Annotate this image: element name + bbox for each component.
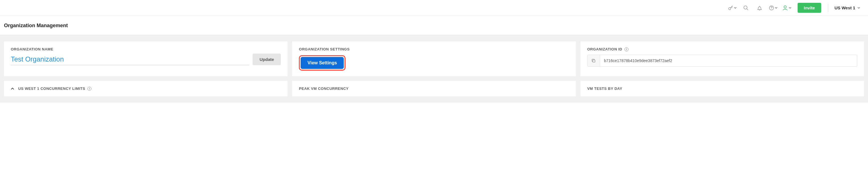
info-icon[interactable]: i [87, 87, 91, 91]
chevron-up-icon [11, 87, 14, 91]
chevron-down-icon [858, 6, 860, 9]
chevron-down-icon [775, 6, 777, 9]
top-bar: Invite US West 1 [0, 0, 868, 16]
view-settings-button[interactable]: View Settings [301, 57, 344, 69]
content-area: ORGANIZATION NAME Update ORGANIZATION SE… [0, 35, 868, 103]
user-menu[interactable] [781, 2, 793, 13]
region-selector[interactable]: US West 1 [832, 5, 862, 10]
org-id-label: ORGANIZATION ID [587, 47, 622, 51]
update-button[interactable]: Update [253, 54, 281, 65]
card-row-1: ORGANIZATION NAME Update ORGANIZATION SE… [4, 41, 864, 76]
notifications-button[interactable] [754, 2, 765, 13]
search-button[interactable] [740, 2, 752, 13]
org-id-value: b716ce17878b410e9dee3873ef72aef2 [600, 55, 857, 66]
concurrency-limits-card: US WEST 1 CONCURRENCY LIMITS i [4, 81, 287, 96]
org-id-card: ORGANIZATION ID i b716ce17878b410e9dee38… [581, 41, 864, 76]
page-title: Organization Management [4, 23, 864, 29]
vm-tests-card: VM TESTS BY DAY [581, 81, 864, 96]
bell-icon [757, 5, 763, 11]
info-icon[interactable]: i [624, 47, 628, 51]
card-row-2: US WEST 1 CONCURRENCY LIMITS i PEAK VM C… [4, 81, 864, 96]
view-settings-highlight: View Settings [299, 55, 345, 71]
svg-point-1 [744, 6, 747, 9]
peak-vm-label: PEAK VM CONCURRENCY [299, 86, 569, 91]
chevron-down-icon [789, 6, 792, 9]
copy-icon [591, 59, 596, 63]
svg-point-4 [784, 6, 786, 8]
org-id-row: b716ce17878b410e9dee3873ef72aef2 [587, 55, 857, 67]
org-name-label: ORGANIZATION NAME [11, 47, 281, 51]
peak-vm-card: PEAK VM CONCURRENCY [292, 81, 576, 96]
key-icon-dropdown[interactable] [726, 2, 738, 13]
concurrency-limits-label: US WEST 1 CONCURRENCY LIMITS [18, 86, 85, 91]
page-header: Organization Management [0, 16, 868, 35]
org-name-card: ORGANIZATION NAME Update [4, 41, 287, 76]
chevron-down-icon [734, 6, 737, 9]
region-label: US West 1 [835, 5, 855, 10]
org-name-row: Update [11, 54, 281, 65]
help-icon [769, 5, 774, 11]
vm-tests-label: VM TESTS BY DAY [587, 86, 857, 91]
search-icon [743, 5, 749, 11]
copy-button[interactable] [588, 55, 600, 66]
user-icon [782, 5, 788, 11]
org-name-input[interactable] [11, 54, 249, 65]
invite-button[interactable]: Invite [798, 3, 821, 13]
concurrency-limits-header[interactable]: US WEST 1 CONCURRENCY LIMITS i [11, 86, 281, 91]
key-icon [728, 5, 734, 11]
org-id-label-row: ORGANIZATION ID i [587, 47, 857, 51]
divider [828, 4, 828, 12]
svg-rect-5 [593, 60, 595, 62]
org-settings-card: ORGANIZATION SETTINGS View Settings [292, 41, 576, 76]
help-dropdown[interactable] [768, 2, 779, 13]
org-settings-label: ORGANIZATION SETTINGS [299, 47, 569, 51]
